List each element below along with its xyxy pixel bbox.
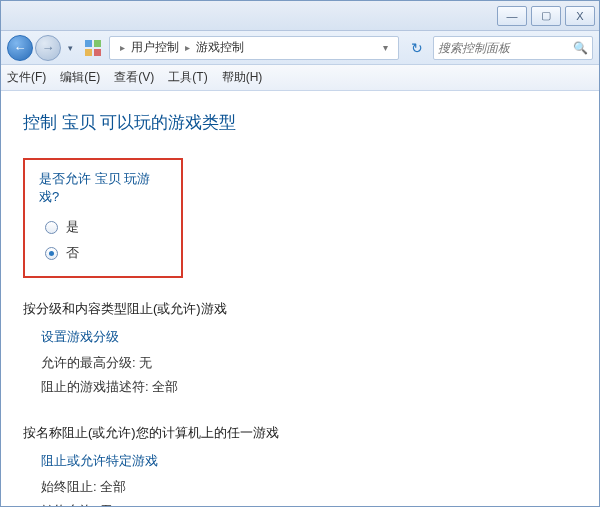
always-allow-row: 始终允许: 无 (41, 502, 577, 507)
titlebar: — ▢ X (1, 1, 599, 31)
navigation-bar: ← → ▾ ▸ 用户控制 ▸ 游戏控制 ▾ ↻ 🔍 (1, 31, 599, 65)
search-input[interactable] (438, 41, 588, 55)
always-block-label: 始终阻止: (41, 479, 97, 494)
close-button[interactable]: X (565, 6, 595, 26)
menu-help[interactable]: 帮助(H) (222, 69, 263, 86)
control-panel-window: — ▢ X ← → ▾ ▸ 用户控制 ▸ 游戏控制 ▾ ↻ 🔍 文件(F) 编辑… (0, 0, 600, 507)
menu-file[interactable]: 文件(F) (7, 69, 46, 86)
forward-button[interactable]: → (35, 35, 61, 61)
blocked-descriptors-value: 全部 (152, 379, 178, 394)
svg-rect-3 (94, 49, 101, 56)
max-rating-label: 允许的最高分级: (41, 355, 136, 370)
maximize-button[interactable]: ▢ (531, 6, 561, 26)
breadcrumb-sep-icon: ▸ (185, 42, 190, 53)
always-block-row: 始终阻止: 全部 (41, 478, 577, 496)
breadcrumb-dropdown-icon[interactable]: ▾ (383, 42, 388, 53)
window-buttons: — ▢ X (497, 6, 599, 26)
svg-rect-2 (85, 49, 92, 56)
menu-edit[interactable]: 编辑(E) (60, 69, 100, 86)
breadcrumb-item-game-control[interactable]: 游戏控制 (196, 39, 244, 56)
radio-no-row[interactable]: 否 (45, 244, 167, 262)
blocked-descriptors-row: 阻止的游戏描述符: 全部 (41, 378, 577, 396)
page-title: 控制 宝贝 可以玩的游戏类型 (23, 111, 577, 134)
minimize-button[interactable]: — (497, 6, 527, 26)
refresh-button[interactable]: ↻ (405, 36, 429, 60)
max-rating-value: 无 (139, 355, 152, 370)
search-box[interactable]: 🔍 (433, 36, 593, 60)
radio-yes[interactable] (45, 221, 58, 234)
control-panel-icon (83, 38, 103, 58)
radio-no[interactable] (45, 247, 58, 260)
always-allow-value: 无 (100, 503, 113, 507)
search-icon[interactable]: 🔍 (573, 41, 588, 55)
breadcrumb-item-user-control[interactable]: 用户控制 (131, 39, 179, 56)
link-set-game-rating[interactable]: 设置游戏分级 (41, 328, 577, 346)
radio-no-label: 否 (66, 244, 79, 262)
always-allow-label: 始终允许: (41, 503, 97, 507)
radio-yes-row[interactable]: 是 (45, 218, 167, 236)
content-area: 控制 宝贝 可以玩的游戏类型 是否允许 宝贝 玩游戏? 是 否 按分级和内容类型… (1, 91, 599, 507)
menubar: 文件(F) 编辑(E) 查看(V) 工具(T) 帮助(H) (1, 65, 599, 91)
radio-yes-label: 是 (66, 218, 79, 236)
allow-games-question: 是否允许 宝贝 玩游戏? (39, 170, 167, 206)
allow-games-group: 是否允许 宝贝 玩游戏? 是 否 (23, 158, 183, 278)
svg-rect-1 (94, 40, 101, 47)
blocked-descriptors-label: 阻止的游戏描述符: (41, 379, 149, 394)
menu-view[interactable]: 查看(V) (114, 69, 154, 86)
max-rating-row: 允许的最高分级: 无 (41, 354, 577, 372)
link-block-allow-specific[interactable]: 阻止或允许特定游戏 (41, 452, 577, 470)
section-by-name-title: 按名称阻止(或允许)您的计算机上的任一游戏 (23, 424, 577, 442)
menu-tools[interactable]: 工具(T) (168, 69, 207, 86)
svg-rect-0 (85, 40, 92, 47)
history-dropdown[interactable]: ▾ (63, 43, 77, 53)
back-button[interactable]: ← (7, 35, 33, 61)
section-by-rating-title: 按分级和内容类型阻止(或允许)游戏 (23, 300, 577, 318)
breadcrumb-sep-icon: ▸ (120, 42, 125, 53)
always-block-value: 全部 (100, 479, 126, 494)
breadcrumb[interactable]: ▸ 用户控制 ▸ 游戏控制 ▾ (109, 36, 399, 60)
